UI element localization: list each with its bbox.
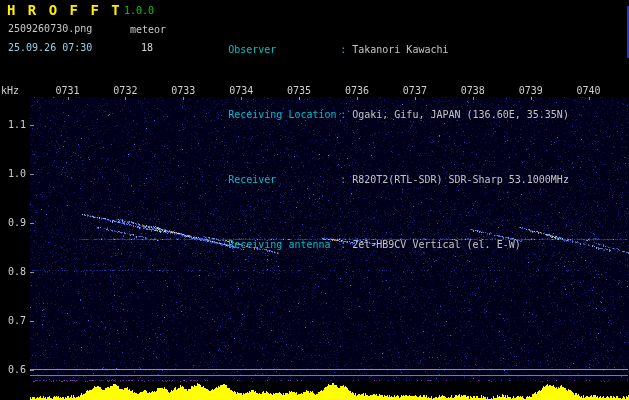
info-label: Receiving antenna [228,238,340,251]
x-tick-label: 0740 [576,85,602,96]
x-tick-label: 0738 [460,85,486,96]
info-colon: : [340,173,352,186]
info-value: Ogaki, Gifu, JAPAN (136.60E, 35.35N) [352,109,569,120]
info-row-receiver: Receiver:R820T2(RTL-SDR) SDR-Sharp 53.10… [180,160,569,199]
y-axis-unit: kHz [1,85,19,96]
y-tick-label: 1.0 [3,168,26,179]
info-value: R820T2(RTL-SDR) SDR-Sharp 53.1000MHz [352,174,569,185]
app-version: 1.0.0 [124,5,154,16]
y-tick-label: 0.7 [3,315,26,326]
x-tick-label: 0732 [112,85,138,96]
app-title: H R O F F T [7,2,122,18]
x-tick-label: 0734 [228,85,254,96]
station-info-block: Observer:Takanori Kawachi Receiving Loca… [180,4,569,290]
info-row-observer: Observer:Takanori Kawachi [180,30,569,69]
echo-count: 18 [141,42,153,53]
x-tick-label: 0736 [344,85,370,96]
x-tick-label: 0737 [402,85,428,96]
info-row-location: Receiving Location:Ogaki, Gifu, JAPAN (1… [180,95,569,134]
observation-timestamp: 25.09.26 07:30 [8,42,92,53]
y-tick-label: 0.6 [3,364,26,375]
info-label: Receiving Location [228,108,340,121]
info-value: 2el-HB9CV Vertical (el. E-W) [352,239,521,250]
y-tick-label: 1.1 [3,119,26,130]
x-tick-label: 0733 [170,85,196,96]
x-tick-label: 0731 [55,85,81,96]
info-label: Observer [228,43,340,56]
x-tick-label: 0735 [286,85,312,96]
info-value: Takanori Kawachi [352,44,448,55]
info-colon: : [340,108,352,121]
y-tick-label: 0.8 [3,266,26,277]
info-colon: : [340,238,352,251]
y-tick-label: 0.9 [3,217,26,228]
hrofft-app-window: H R O F F T 1.0.0 2509260730.png meteor … [0,0,629,400]
info-label: Receiver [228,173,340,186]
x-tick-label: 0739 [518,85,544,96]
output-filename: 2509260730.png [8,23,92,34]
info-row-antenna: Receiving antenna:2el-HB9CV Vertical (el… [180,225,569,264]
info-colon: : [340,43,352,56]
mode-label: meteor [130,24,166,35]
